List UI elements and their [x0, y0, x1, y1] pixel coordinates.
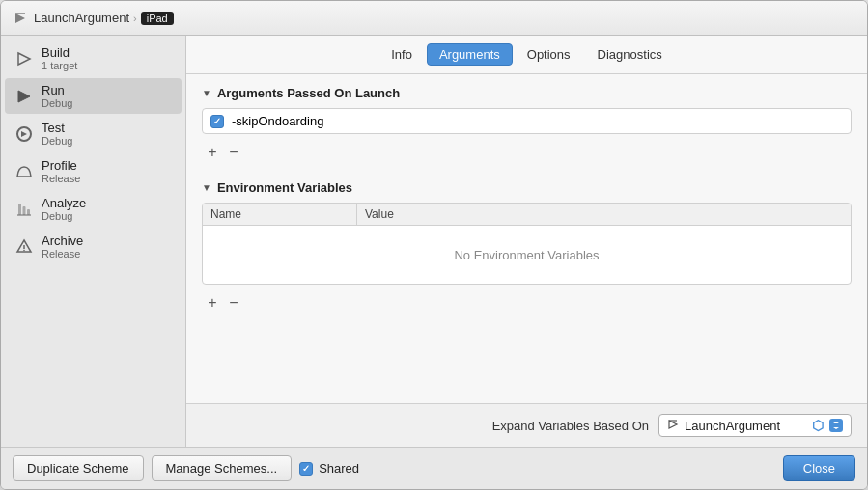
- device-badge: iPad: [141, 12, 174, 25]
- test-label: Test: [42, 121, 72, 135]
- duplicate-scheme-button[interactable]: Duplicate Scheme: [13, 455, 144, 481]
- arguments-section: ▼ Arguments Passed On Launch ✓ -skipOndo…: [202, 86, 852, 165]
- arg-value: -skipOndoarding: [232, 114, 323, 128]
- arguments-title: Arguments Passed On Launch: [217, 86, 400, 100]
- expand-scheme-icon: [667, 419, 679, 432]
- expand-variables-row: Expand Variables Based On LaunchArgument…: [186, 403, 867, 447]
- env-empty-message: No Environment Variables: [454, 248, 599, 262]
- environment-disclosure[interactable]: ▼: [202, 182, 211, 193]
- arguments-disclosure[interactable]: ▼: [202, 88, 211, 98]
- env-table-header: Name Value: [203, 204, 851, 226]
- env-remove-button[interactable]: −: [225, 294, 242, 312]
- analyze-icon: [14, 200, 34, 219]
- shared-label: Shared: [319, 461, 359, 476]
- environment-table: Name Value No Environment Variables: [202, 203, 852, 285]
- args-add-button[interactable]: +: [204, 144, 221, 161]
- analyze-label: Analyze: [42, 196, 86, 210]
- analyze-sublabel: Debug: [42, 210, 86, 222]
- tab-info[interactable]: Info: [378, 43, 425, 66]
- test-icon: [14, 124, 34, 144]
- svg-rect-6: [18, 204, 21, 215]
- shared-row: ✓ Shared: [299, 461, 359, 476]
- breadcrumb: LaunchArgument › iPad: [34, 11, 174, 25]
- expand-label: Expand Variables Based On: [492, 419, 649, 433]
- expand-select-stepper-icon: [829, 419, 843, 432]
- panel-body: ▼ Arguments Passed On Launch ✓ -skipOndo…: [186, 74, 867, 403]
- svg-marker-0: [15, 14, 25, 23]
- environment-section: ▼ Environment Variables Name Value No En…: [202, 180, 852, 315]
- expand-select[interactable]: LaunchArgument ⬡: [658, 414, 852, 437]
- svg-rect-8: [27, 209, 30, 215]
- svg-rect-15: [829, 419, 843, 432]
- scheme-icon: [13, 11, 28, 26]
- sidebar-item-build[interactable]: Build 1 target: [5, 41, 182, 76]
- arg-item: ✓ -skipOndoarding: [203, 109, 851, 133]
- arguments-header: ▼ Arguments Passed On Launch: [202, 86, 852, 100]
- manage-schemes-button[interactable]: Manage Schemes...: [152, 455, 293, 481]
- breadcrumb-separator: ›: [133, 13, 137, 24]
- main-window: LaunchArgument › iPad Build 1 target: [0, 0, 868, 490]
- archive-icon: [14, 237, 34, 257]
- archive-label: Archive: [42, 233, 83, 248]
- tab-arguments[interactable]: Arguments: [427, 43, 513, 66]
- main-panel: Info Arguments Options Diagnostics ▼ Arg…: [186, 36, 867, 447]
- svg-marker-3: [18, 91, 30, 102]
- tab-bar: Info Arguments Options Diagnostics: [186, 36, 867, 74]
- title-bar: LaunchArgument › iPad: [1, 1, 867, 36]
- main-content: Build 1 target Run Debug: [1, 36, 867, 447]
- profile-sublabel: Release: [42, 173, 80, 184]
- shared-checkbox[interactable]: ✓: [299, 462, 313, 476]
- env-add-remove: + −: [202, 290, 852, 315]
- footer: Duplicate Scheme Manage Schemes... ✓ Sha…: [1, 447, 867, 489]
- sidebar-item-profile[interactable]: Profile Release: [5, 153, 182, 189]
- svg-marker-13: [669, 421, 677, 428]
- env-col-value: Value: [357, 204, 851, 225]
- build-sublabel: 1 target: [42, 60, 77, 71]
- run-icon: [14, 87, 34, 106]
- sidebar: Build 1 target Run Debug: [1, 36, 186, 447]
- env-add-button[interactable]: +: [204, 294, 221, 312]
- tab-options[interactable]: Options: [515, 43, 583, 66]
- args-remove-button[interactable]: −: [225, 144, 242, 161]
- env-col-name: Name: [203, 204, 357, 225]
- scheme-name: LaunchArgument: [34, 11, 129, 25]
- expand-select-arrow: ⬡: [812, 418, 824, 433]
- environment-header: ▼ Environment Variables: [202, 180, 852, 195]
- svg-marker-4: [21, 131, 27, 137]
- build-icon: [14, 49, 34, 68]
- test-sublabel: Debug: [42, 135, 72, 147]
- args-add-remove: + −: [202, 140, 852, 165]
- close-button[interactable]: Close: [783, 455, 855, 481]
- svg-marker-2: [18, 53, 30, 65]
- archive-sublabel: Release: [42, 248, 83, 259]
- arg-checkbox[interactable]: ✓: [210, 115, 224, 128]
- svg-rect-7: [23, 206, 26, 215]
- sidebar-item-analyze[interactable]: Analyze Debug: [5, 191, 182, 227]
- sidebar-item-run[interactable]: Run Debug: [5, 78, 182, 114]
- svg-point-12: [23, 249, 25, 251]
- expand-select-value: LaunchArgument: [685, 419, 806, 433]
- build-label: Build: [42, 45, 77, 60]
- profile-icon: [14, 162, 34, 181]
- sidebar-item-test[interactable]: Test Debug: [5, 116, 182, 151]
- tab-diagnostics[interactable]: Diagnostics: [585, 43, 675, 66]
- run-label: Run: [42, 83, 72, 97]
- env-table-body: No Environment Variables: [203, 226, 851, 284]
- arguments-list: ✓ -skipOndoarding: [202, 108, 852, 134]
- sidebar-item-archive[interactable]: Archive Release: [5, 229, 182, 264]
- profile-label: Profile: [42, 158, 80, 173]
- environment-title: Environment Variables: [217, 180, 352, 195]
- run-sublabel: Debug: [42, 97, 72, 109]
